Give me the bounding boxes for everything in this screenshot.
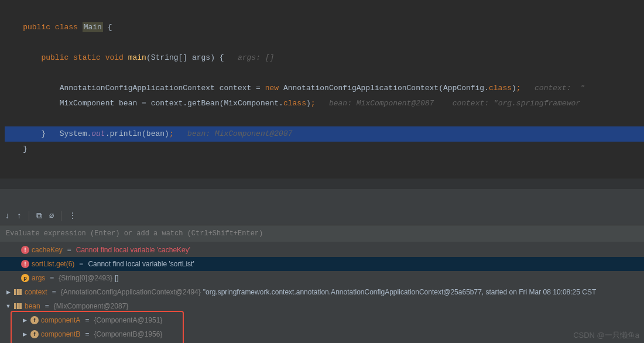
watermark: CSDN @一只懒鱼a xyxy=(573,330,639,341)
editor-scrollbar[interactable] xyxy=(0,179,644,189)
expand-icon[interactable]: ▶ xyxy=(21,331,28,337)
code-line[interactable]: public class Main { xyxy=(5,5,644,20)
variable-row-args[interactable]: p args={String[0]@2493} [] xyxy=(0,271,644,285)
field-icon: f xyxy=(30,330,39,338)
evaluate-expression-input[interactable]: Evaluate expression (Enter) or add a wat… xyxy=(0,225,644,242)
watch-row-error[interactable]: ! sortList.get(6)=Cannot find local vari… xyxy=(0,257,644,271)
code-line[interactable]: } xyxy=(5,111,644,126)
arrow-up-icon[interactable]: ↑ xyxy=(16,211,21,221)
param-icon: p xyxy=(21,274,29,282)
code-editor[interactable]: public class Main { public static void m… xyxy=(0,0,644,179)
variables-panel: ! cacheKey=Cannot find local variable 'c… xyxy=(0,242,644,343)
inlay-hint: args: [] xyxy=(238,53,274,62)
field-icon: f xyxy=(30,316,39,324)
variable-row-componentA[interactable]: ▶ f componentA={ComponentA@1951} xyxy=(0,313,644,327)
variable-row-context[interactable]: ▶ context={AnnotationConfigApplicationCo… xyxy=(0,285,644,299)
separator xyxy=(29,211,29,221)
inlay-hint: bean: MixComponent@2087 xyxy=(187,129,292,138)
object-icon xyxy=(14,289,22,295)
panel-gap xyxy=(0,189,644,207)
error-icon: ! xyxy=(21,260,29,268)
copy-icon[interactable]: ⧉ xyxy=(36,211,42,221)
filter-icon[interactable]: ∅ xyxy=(49,211,54,221)
separator xyxy=(61,211,61,221)
watch-row-error[interactable]: ! cacheKey=Cannot find local variable 'c… xyxy=(0,243,644,257)
inlay-hint: context: " xyxy=(535,84,585,92)
variable-row-bean[interactable]: ▼ bean={MixComponent@2087} xyxy=(0,299,644,313)
inlay-hint: bean: MixComponent@2087 xyxy=(329,99,434,108)
arrow-down-icon[interactable]: ↓ xyxy=(5,211,9,221)
debug-toolbar: ↓ ↑ ⧉ ∅ ⋮ xyxy=(0,207,644,225)
expand-icon[interactable]: ▶ xyxy=(5,289,12,295)
code-line[interactable]: public static void main(String[] args) {… xyxy=(5,35,644,50)
inlay-hint: context: "org.springframewor xyxy=(453,99,580,108)
collapse-icon[interactable]: ▼ xyxy=(5,303,12,309)
more-icon[interactable]: ⋮ xyxy=(68,211,77,221)
error-icon: ! xyxy=(21,246,29,254)
object-icon xyxy=(14,303,22,309)
code-line[interactable]: AnnotationConfigApplicationContext conte… xyxy=(5,66,644,81)
variable-row-componentB[interactable]: ▶ f componentB={ComponentB@1956} xyxy=(0,327,644,341)
expand-icon[interactable]: ▶ xyxy=(21,317,28,323)
class-highlight: Main xyxy=(83,22,103,32)
